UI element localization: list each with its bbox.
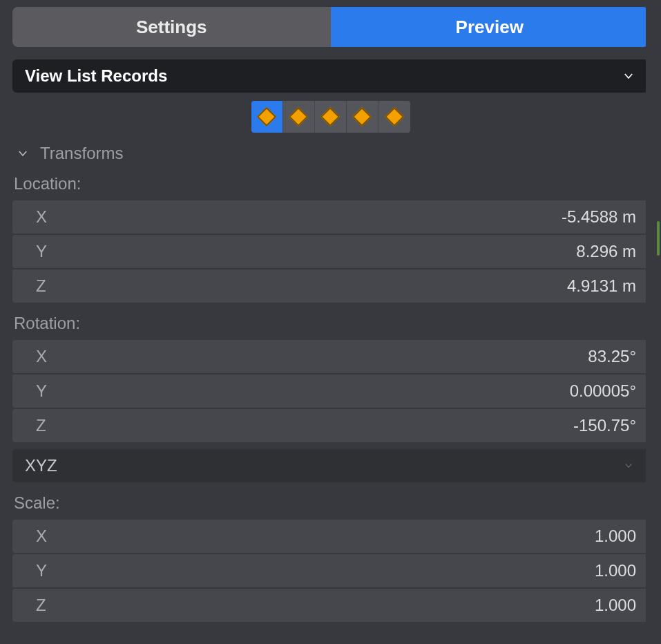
- scale-label: Scale:: [12, 493, 649, 513]
- rotation-x-field[interactable]: X 83.25°: [12, 340, 649, 373]
- rotation-mode-label: XYZ: [25, 456, 57, 475]
- axis-value: 4.9131 m: [567, 276, 636, 296]
- rotation-y-field[interactable]: Y 0.00005°: [12, 375, 649, 408]
- rotation-label: Rotation:: [12, 314, 649, 333]
- diamond-icon: [320, 107, 340, 126]
- tab-bar: Settings Preview: [12, 7, 649, 47]
- right-gutter: [646, 0, 661, 644]
- location-y-field[interactable]: Y 8.296 m: [12, 235, 649, 268]
- axis-value: -5.4588 m: [562, 207, 636, 227]
- section-transforms-label: Transforms: [40, 144, 123, 163]
- chevron-down-icon: [621, 458, 636, 473]
- axis-label: Y: [36, 381, 47, 401]
- diamond-icon: [257, 107, 276, 126]
- diamond-icon: [384, 107, 403, 126]
- axis-label: Y: [36, 242, 47, 261]
- records-dropdown-label: View List Records: [25, 66, 167, 86]
- records-dropdown[interactable]: View List Records: [12, 59, 649, 93]
- axis-label: Z: [36, 276, 46, 296]
- rotation-z-field[interactable]: Z -150.75°: [12, 409, 649, 442]
- tab-preview[interactable]: Preview: [331, 7, 649, 47]
- keyframe-2[interactable]: [283, 101, 315, 133]
- location-x-field[interactable]: X -5.4588 m: [12, 200, 649, 234]
- chevron-down-icon: [621, 68, 636, 84]
- axis-label: X: [36, 527, 47, 546]
- location-label: Location:: [12, 174, 649, 193]
- axis-label: Z: [36, 416, 46, 435]
- axis-label: Y: [36, 561, 47, 580]
- scale-y-field[interactable]: Y 1.000: [12, 554, 649, 587]
- axis-value: 1.000: [595, 561, 636, 580]
- section-transforms-header[interactable]: Transforms: [12, 144, 649, 163]
- axis-value: 0.00005°: [570, 381, 636, 401]
- keyframe-3[interactable]: [315, 101, 347, 133]
- axis-label: Z: [36, 596, 46, 615]
- scale-x-field[interactable]: X 1.000: [12, 520, 649, 553]
- axis-value: 8.296 m: [576, 242, 636, 261]
- keyframe-1[interactable]: [251, 101, 283, 133]
- axis-value: -150.75°: [573, 416, 636, 435]
- diamond-icon: [352, 107, 372, 126]
- keyframe-5[interactable]: [379, 101, 410, 133]
- keyframe-strip: [12, 101, 649, 133]
- location-z-field[interactable]: Z 4.9131 m: [12, 269, 649, 303]
- tab-settings[interactable]: Settings: [12, 7, 331, 47]
- chevron-down-icon: [15, 146, 30, 161]
- keyframe-4[interactable]: [347, 101, 379, 133]
- axis-label: X: [36, 347, 47, 366]
- axis-value: 1.000: [595, 527, 636, 546]
- rotation-mode-select[interactable]: XYZ: [12, 449, 649, 482]
- scale-z-field[interactable]: Z 1.000: [12, 589, 649, 622]
- axis-value: 83.25°: [588, 347, 636, 366]
- axis-value: 1.000: [595, 596, 636, 615]
- diamond-icon: [289, 107, 308, 126]
- axis-label: X: [36, 207, 47, 227]
